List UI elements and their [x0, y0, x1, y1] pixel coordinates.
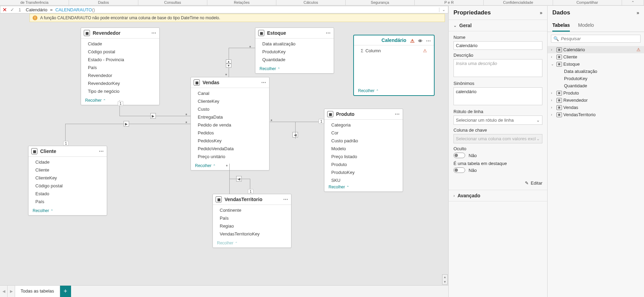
- column-item[interactable]: Preço listado: [324, 153, 403, 161]
- chevron-right-icon[interactable]: ›: [551, 48, 555, 52]
- more-icon[interactable]: ⋯: [283, 197, 288, 202]
- more-icon[interactable]: ⋯: [99, 148, 104, 154]
- table-card-produto[interactable]: ▦Produto⋯ Categoria Cor Custo padrão Mod…: [324, 109, 403, 192]
- descricao-input[interactable]: [453, 59, 542, 77]
- column-item[interactable]: Revendedor: [81, 72, 159, 79]
- rotulo-select[interactable]: Selecionar um rótulo de linha⌄: [453, 116, 542, 125]
- ribbon-expand[interactable]: ⌃: [622, 0, 644, 5]
- tree-column[interactable]: Quantidade: [548, 82, 644, 89]
- table-card-vendas[interactable]: ▦Vendas⋯ Canal ClienteKey Custo EntregaD…: [191, 77, 269, 170]
- column-item[interactable]: ProdutoKey: [255, 48, 334, 56]
- relationship-line[interactable]: [229, 179, 250, 179]
- tree-item-revendedor[interactable]: ›▦Revendedor: [548, 97, 644, 104]
- accept-icon[interactable]: ✓: [10, 7, 14, 12]
- table-card-revendedor[interactable]: ▦Revendedor⋯ Cidade Código postal Estado…: [81, 28, 160, 105]
- table-card-calendario[interactable]: Calendário ⚠ 👁 ⋯ ΣColumn⚠ Recolher⌃: [354, 35, 434, 96]
- ribbon-item[interactable]: Consultas: [138, 0, 207, 5]
- ribbon-item[interactable]: Compartilhar: [553, 0, 622, 5]
- formula-input[interactable]: 1 Calendário = CALENDARAUTO(): [16, 7, 439, 13]
- tree-item-cliente[interactable]: ›▦Cliente: [548, 53, 644, 60]
- table-card-vendasterritorio[interactable]: ▦VendasTerritorio⋯ Continente País Regia…: [212, 194, 291, 248]
- column-item[interactable]: ClienteKey: [28, 174, 107, 182]
- column-item[interactable]: ClienteKey: [191, 97, 269, 105]
- ribbon-item[interactable]: P e R: [415, 0, 484, 5]
- column-item[interactable]: Data atualização: [255, 40, 334, 48]
- tree-item-vendas[interactable]: ›▦Vendas: [548, 104, 644, 111]
- collapse-button[interactable]: Recolher⌃: [191, 162, 269, 170]
- column-item[interactable]: Pedidos: [191, 129, 269, 137]
- chevron-right-icon[interactable]: ›: [551, 55, 555, 59]
- tree-item-estoque[interactable]: ⌄▦Estoque: [548, 60, 644, 68]
- column-item[interactable]: Estado - Provincia: [81, 56, 159, 64]
- column-item[interactable]: Cidade: [28, 158, 107, 166]
- collapse-button[interactable]: Recolher⌃: [255, 65, 334, 73]
- column-item[interactable]: Categoria: [324, 121, 403, 129]
- relationship-line[interactable]: [270, 122, 324, 122]
- expand-formula-icon[interactable]: ⌄: [439, 8, 448, 12]
- more-icon[interactable]: ⋯: [326, 30, 331, 36]
- collapse-panel-icon[interactable]: »: [540, 10, 542, 15]
- more-icon[interactable]: ⋯: [151, 30, 157, 36]
- column-item[interactable]: Estado: [28, 190, 107, 198]
- tab-modelo[interactable]: Modelo: [578, 20, 594, 32]
- oculto-toggle[interactable]: [453, 153, 465, 158]
- more-icon[interactable]: ⋯: [261, 80, 266, 85]
- more-icon[interactable]: ⋯: [395, 111, 400, 117]
- ribbon-item[interactable]: Confidencialidade: [484, 0, 553, 5]
- column-item[interactable]: Código postal: [81, 48, 159, 56]
- column-item[interactable]: ΣColumn⚠: [354, 47, 434, 55]
- ribbon-item[interactable]: Segurança: [346, 0, 415, 5]
- column-item[interactable]: VendasTerritorioKey: [213, 230, 291, 238]
- collapse-button[interactable]: Recolher⌃: [324, 183, 403, 191]
- section-advanced[interactable]: ›Avançado: [449, 190, 547, 201]
- section-general[interactable]: ⌄Geral: [449, 20, 547, 31]
- tab-tabelas[interactable]: Tabelas: [552, 20, 570, 32]
- column-item[interactable]: Cor: [324, 129, 403, 137]
- column-item[interactable]: Custo padrão: [324, 137, 403, 145]
- tree-column[interactable]: Data atualização: [548, 68, 644, 75]
- destaque-toggle[interactable]: [453, 167, 465, 173]
- ribbon-item[interactable]: Dados: [69, 0, 138, 5]
- chevron-right-icon[interactable]: ›: [551, 113, 555, 117]
- collapse-panel-icon[interactable]: »: [636, 10, 639, 15]
- column-item[interactable]: Regiao: [213, 222, 291, 230]
- column-item[interactable]: Produto: [324, 161, 403, 168]
- column-item[interactable]: RevendedorKey: [81, 79, 159, 87]
- column-item[interactable]: PedidoVendaData: [191, 145, 269, 153]
- tree-column[interactable]: ProdutoKey: [548, 75, 644, 82]
- more-icon[interactable]: ⋯: [426, 38, 431, 44]
- collapse-button[interactable]: Recolher⌃: [213, 239, 291, 248]
- column-item[interactable]: País: [213, 214, 291, 222]
- column-item[interactable]: País: [81, 64, 159, 72]
- add-sheet-button[interactable]: +: [60, 286, 71, 297]
- column-item[interactable]: Preço unitário: [191, 153, 269, 161]
- column-item[interactable]: Cidade: [81, 40, 159, 48]
- table-card-cliente[interactable]: ▦Cliente⋯ Cidade Cliente ClienteKey Códi…: [28, 146, 107, 216]
- column-item[interactable]: PedidosKey: [191, 137, 269, 145]
- chevron-right-icon[interactable]: ›: [551, 98, 555, 102]
- editar-button[interactable]: Editar: [531, 180, 542, 186]
- nome-input[interactable]: [453, 41, 542, 50]
- canvas-scroll-handle[interactable]: ▲▼: [442, 274, 448, 285]
- sheet-tab[interactable]: Todas as tabelas: [15, 286, 60, 297]
- chevron-right-icon[interactable]: ›: [551, 106, 555, 109]
- cancel-icon[interactable]: ✕: [2, 7, 7, 13]
- tree-item-vendasterritorio[interactable]: ›▦VendasTerritorio: [548, 111, 644, 118]
- column-item[interactable]: Cliente: [28, 166, 107, 174]
- next-sheet-button[interactable]: ▶: [8, 286, 15, 297]
- ribbon-item[interactable]: Cálculos: [276, 0, 345, 5]
- tree-item-produto[interactable]: ›▦Produto: [548, 89, 644, 97]
- column-item[interactable]: Código postal: [28, 182, 107, 190]
- column-item[interactable]: SKU: [324, 176, 403, 183]
- column-item[interactable]: Quantidade: [255, 56, 334, 64]
- chevron-down-icon[interactable]: ⌄: [551, 62, 555, 66]
- column-item[interactable]: ProdutoKey: [324, 168, 403, 176]
- column-item[interactable]: Pedido de venda: [191, 121, 269, 129]
- column-item[interactable]: Custo: [191, 105, 269, 113]
- collapse-button[interactable]: Recolher⌃: [28, 207, 107, 215]
- column-item[interactable]: Modelo: [324, 145, 403, 153]
- eye-icon[interactable]: 👁: [418, 38, 423, 44]
- collapse-button[interactable]: Recolher⌃: [354, 87, 434, 95]
- column-item[interactable]: Canal: [191, 89, 269, 97]
- model-canvas[interactable]: ▦Revendedor⋯ Cidade Código postal Estado…: [0, 22, 448, 285]
